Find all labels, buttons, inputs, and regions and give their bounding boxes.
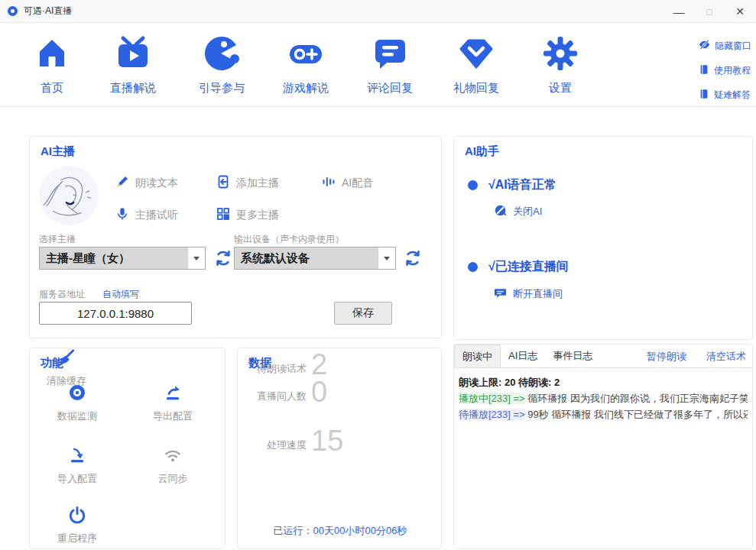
refresh-devices-button[interactable] [404,250,421,267]
log-entry-text: 99秒 循环播报 我们线下已经做了很多年了，所以还 [527,409,748,420]
voice-status-text: √AI语音正常 [488,177,556,193]
import-icon [68,446,86,464]
gear-icon [542,35,579,72]
stat-label: 处理速度 [267,438,307,452]
hide-window-link[interactable]: 隐藏窗口 [699,34,751,58]
tab-event-log[interactable]: 事件日志 [545,345,600,367]
disable-ai-icon [494,204,507,219]
nav-label: 首页 [12,81,92,95]
clear-cache-button[interactable]: 清除缓存 [30,348,103,388]
close-button[interactable]: ✕ [730,2,750,21]
disconnect-room-button[interactable]: 断开直播间 [494,286,563,302]
stat-label: 直播间人数 [257,390,307,403]
broom-icon [57,348,76,367]
home-icon [34,35,70,72]
main-nav: 首页 直播解说 引导参与 游戏解说 评论回复 礼物回复 设置 [0,23,756,107]
select-anchor-label: 选择主播 [39,233,76,246]
log-summary: 朗读上限: 20 待朗读: 2 [459,374,748,390]
comment-bubble-icon [372,35,408,72]
nav-item-settings[interactable]: 设置 [521,35,600,95]
chevron-down-icon [378,247,395,269]
server-address-input[interactable] [39,302,192,325]
action-label: 主播试听 [135,209,178,222]
nav-label: 设置 [521,81,600,95]
stats-panel: 数据 待朗读话术 2 直播间人数 0 处理速度 15 已运行：00天00小时00… [237,348,442,549]
file-arrow-icon [216,175,230,192]
tab-reading[interactable]: 朗读中 [454,345,501,367]
gamepad-icon [287,35,324,72]
tutorial-link[interactable]: 使用教程 [699,58,751,82]
panel-title: AI主播 [41,144,75,159]
nav-link-label: 隐藏窗口 [715,40,751,53]
gem-icon [458,35,495,72]
troubleshoot-link[interactable]: 疑难解答 [699,82,751,107]
anchor-select[interactable]: 主播-星瞳（女） [39,247,206,270]
chevron-down-icon [188,247,205,269]
app-logo-icon [8,6,18,16]
chat-icon [494,286,507,302]
export-icon [164,383,182,402]
audio-wave-icon [322,175,336,192]
nav-item-comment-reply[interactable]: 评论回复 [350,35,430,95]
cloud-sync-button[interactable]: 云同步 [136,446,209,486]
export-config-button[interactable]: 导出配置 [136,383,209,423]
nav-item-game-commentary[interactable]: 游戏解说 [266,35,346,95]
runtime-text: 已运行：00天00小时00分06秒 [238,524,443,538]
feature-label: 数据监测 [41,409,114,423]
log-body[interactable]: 朗读上限: 20 待朗读: 2 播放中[233] => 循环播报 因为我们的跟你… [454,368,752,548]
close-ai-button[interactable]: 关闭AI [494,204,542,219]
feature-label: 导入配置 [41,472,114,486]
nav-item-live-commentary[interactable]: 直播解说 [93,35,173,95]
ai-dub-button[interactable]: AI配音 [322,175,373,192]
log-entry-pending: 待播放[233] => 99秒 循环播报 我们线下已经做了很多年了，所以还 [459,406,748,422]
log-entry-tag: 播放中[233] => [459,393,525,404]
clear-scripts-link[interactable]: 清空话术 [706,350,746,364]
add-anchor-button[interactable]: 添加主播 [216,175,279,192]
log-panel: 朗读中 AI日志 事件日志 暂停朗读 清空话术 朗读上限: 20 待朗读: 2 … [453,344,753,549]
book-icon [699,64,709,77]
autofill-link[interactable]: 自动填写 [102,288,139,301]
nav-label: 评论回复 [350,81,430,95]
room-status-text: √已连接直播间 [488,259,569,275]
save-button[interactable]: 保存 [334,302,392,325]
status-dot-icon [468,262,478,272]
log-entry-playing: 播放中[233] => 循环播报 因为我们的跟你说，我们正宗海南妃子笑 [459,390,748,406]
title-bar: 可遇·AI直播 — □ ✕ [0,0,756,23]
panel-title: AI助手 [465,144,499,159]
nav-item-gift-reply[interactable]: 礼物回复 [436,35,516,95]
nav-quick-links: 隐藏窗口 使用教程 疑难解答 [699,34,751,107]
stat-row-room-viewers: 直播间人数 0 [238,376,443,414]
output-device-select[interactable]: 系统默认设备 [234,247,396,270]
data-monitor-button[interactable]: 数据监测 [41,383,114,423]
room-status-row: √已连接直播间 [468,259,569,275]
stat-label: 待朗读话术 [257,362,307,376]
tab-ai-log[interactable]: AI日志 [501,345,545,367]
feature-label: 导出配置 [136,409,209,423]
window-title: 可遇·AI直播 [24,5,72,18]
refresh-anchors-button[interactable] [215,250,232,267]
import-config-button[interactable]: 导入配置 [41,446,114,486]
window-controls: — □ ✕ [669,0,750,23]
output-device-label: 输出设备（声卡内录使用） [234,233,344,246]
nav-item-guide-participation[interactable]: 引导参与 [182,35,261,95]
wifi-icon [164,446,182,464]
server-address-label: 服务器地址 [39,288,85,301]
nav-label: 直播解说 [93,81,173,95]
more-anchors-button[interactable]: 更多主播 [216,207,279,224]
read-text-button[interactable]: 朗读文本 [115,175,178,192]
minimize-button[interactable]: — [669,2,689,21]
maximize-button[interactable]: □ [699,2,719,21]
record-eye-icon [68,383,86,402]
nav-item-home[interactable]: 首页 [12,35,92,95]
action-label: AI配音 [342,176,373,190]
anchor-preview-button[interactable]: 主播试听 [115,207,178,224]
power-icon [68,506,86,524]
nav-label: 礼物回复 [436,81,516,95]
feature-label: 云同步 [136,472,209,486]
restart-app-button[interactable]: 重启程序 [41,506,114,545]
voice-status-row: √AI语音正常 [468,177,556,193]
pause-reading-link[interactable]: 暂停朗读 [647,350,686,364]
nav-label: 游戏解说 [266,81,346,95]
close-ai-label: 关闭AI [513,205,542,218]
stat-value: 0 [311,376,327,409]
